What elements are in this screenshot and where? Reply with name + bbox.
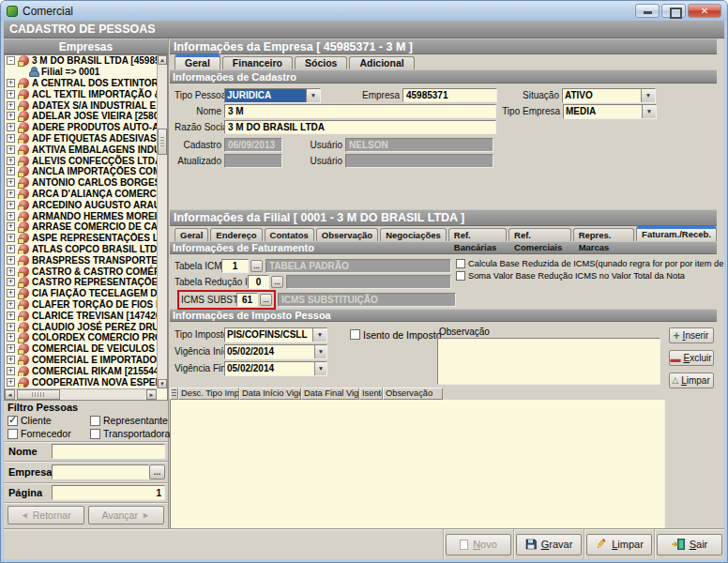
tree-item[interactable]: + CASTRO REPRESENTAÇÕES LTD: [5, 277, 157, 288]
tree-expander-icon[interactable]: -: [7, 56, 15, 65]
tree-item[interactable]: + COMERCIAL E IMPORTADORA: [5, 355, 157, 366]
tree-expander-icon[interactable]: +: [7, 312, 15, 320]
tree-item[interactable]: + BRASPRESS TRANSPORTES UR: [5, 254, 157, 266]
soma-valor-checkbox[interactable]: Soma Valor Base Redução ICMS no Valor To…: [456, 271, 724, 281]
limpar-button[interactable]: Limpar: [586, 534, 652, 555]
empresa-tab[interactable]: Sócios: [295, 56, 347, 69]
tree-expander-icon[interactable]: +: [7, 333, 15, 342]
vigencia-final-picker[interactable]: 05/02/2014 ▼: [224, 361, 327, 376]
tree-expander-icon[interactable]: +: [7, 90, 15, 99]
filial-tab[interactable]: Ref. Bancárias: [448, 228, 507, 241]
avancar-button[interactable]: Avançar ►: [88, 506, 165, 525]
chevron-down-icon[interactable]: ▼: [642, 105, 656, 118]
filial-tab[interactable]: Contatos: [265, 228, 314, 241]
tree-expander-icon[interactable]: +: [7, 378, 15, 387]
tabela-reducao-input[interactable]: [248, 275, 269, 289]
tree-expander-icon[interactable]: +: [7, 157, 15, 165]
filter-checkbox[interactable]: Transportadora: [90, 428, 170, 439]
tree-item[interactable]: + ALEVIS CONFECÇÕES LTDA [1: [5, 155, 157, 166]
empresa-filter-input[interactable]: [52, 464, 149, 479]
imposto-table-body[interactable]: [170, 400, 665, 529]
filial-tab[interactable]: Ref. Comerciais: [508, 228, 571, 241]
chevron-down-icon[interactable]: ▼: [314, 362, 326, 375]
calcula-base-checkbox[interactable]: Calcula Base Reduzida de ICMS(qunado reg…: [456, 259, 724, 268]
column-header[interactable]: Observação: [383, 388, 443, 400]
tree-expander-icon[interactable]: +: [7, 278, 15, 286]
tree-expander-icon[interactable]: +: [7, 134, 15, 143]
tree-expander-icon[interactable]: +: [7, 201, 15, 209]
scroll-up-icon[interactable]: ▲: [158, 55, 167, 65]
filter-checkbox[interactable]: Cliente: [8, 415, 90, 426]
column-header[interactable]: Desc. Tipo Imposto: [178, 388, 239, 400]
tabela-icms-input[interactable]: [221, 259, 249, 273]
filial-tab[interactable]: Repres. Marcas: [573, 228, 634, 241]
tree-item[interactable]: + ARCEDINO AUGUSTO ARAUJO: [5, 199, 157, 210]
inserir-button[interactable]: + Inserir: [669, 327, 714, 343]
chevron-down-icon[interactable]: ▼: [314, 345, 326, 358]
tree-item[interactable]: + CASTRO & CASTRO COMÉRCIO: [5, 266, 157, 277]
tree-expander-icon[interactable]: +: [7, 178, 15, 187]
tree-item[interactable]: + ADERE PRODUTOS AUTO-ADES: [5, 122, 157, 133]
horizontal-scroll-thumb[interactable]: [17, 389, 60, 400]
tree-expander-icon[interactable]: +: [7, 234, 15, 242]
tipo-imposto-combo[interactable]: PIS/COFINS/CSLL ▼: [224, 327, 327, 342]
tree-item[interactable]: + ADELAR JOSÉ VIEIRA [25804: [5, 111, 157, 122]
excluir-button[interactable]: ▬ Excluir: [669, 350, 714, 366]
limpar-side-button[interactable]: △ Limpar: [669, 373, 714, 388]
filter-checkbox[interactable]: Representante: [90, 415, 170, 426]
filial-tab[interactable]: Endereço: [210, 228, 262, 241]
tree-item[interactable]: + CLARICE TREVISAN [1474201: [5, 310, 157, 321]
checkbox-icon[interactable]: [456, 259, 465, 268]
tree-expander-icon[interactable]: +: [7, 101, 15, 110]
tipo-pessoa-combo[interactable]: JURIDICA ▼: [224, 88, 321, 103]
tree-item[interactable]: + ARMANDO HERMES MOREIRA: [5, 210, 157, 221]
checkbox-icon[interactable]: [8, 429, 18, 439]
retornar-button[interactable]: ◄ Retornar: [8, 506, 84, 525]
tree-item[interactable]: + CLAUDIO JOSÉ PEREZ DRUMA: [5, 321, 157, 332]
pagina-input[interactable]: [52, 485, 165, 500]
filial-tab[interactable]: Negociações: [380, 228, 447, 241]
chevron-down-icon[interactable]: ▼: [306, 89, 320, 102]
checkbox-icon[interactable]: [456, 271, 465, 281]
icms-subst-browse-button[interactable]: ...: [260, 294, 272, 306]
tree-expander-icon[interactable]: +: [7, 123, 15, 131]
observacao-textarea[interactable]: [437, 338, 660, 385]
tree-item[interactable]: + CLAFER TORÇÃO DE FIOS LTDA: [5, 299, 157, 311]
tree-item[interactable]: Filial => 0001: [5, 67, 157, 78]
tree-item[interactable]: + ARRASE COMÉRCIO DE CALÇA: [5, 221, 157, 233]
maximize-icon[interactable]: [661, 4, 686, 18]
vigencia-inicio-picker[interactable]: 05/02/2014 ▼: [224, 344, 327, 359]
nome-field-input[interactable]: [224, 104, 496, 118]
tree-expander-icon[interactable]: +: [7, 256, 15, 265]
razao-input[interactable]: [224, 120, 496, 134]
empresa-tab[interactable]: Financeiro: [222, 56, 293, 69]
isento-checkbox[interactable]: Isento de Imposto: [350, 329, 441, 341]
tree-item[interactable]: + COMERCIAL RIKAM [2155443: [5, 365, 157, 376]
tabela-reducao-browse-button[interactable]: ...: [271, 276, 283, 288]
chevron-down-icon[interactable]: ▼: [312, 328, 326, 342]
tree-vertical-scrollbar[interactable]: ▲ ▼: [157, 55, 167, 388]
icms-subst-input[interactable]: [236, 293, 258, 307]
tree-expander-icon[interactable]: +: [7, 323, 15, 331]
tree-expander-icon[interactable]: +: [7, 190, 15, 198]
column-header[interactable]: Isento: [359, 388, 383, 400]
tree-expander-icon[interactable]: +: [7, 145, 15, 154]
checkbox-icon[interactable]: [90, 416, 100, 426]
vertical-scroll-thumb[interactable]: [158, 129, 167, 155]
filial-tab[interactable]: Geral: [174, 228, 208, 241]
empresa-tab[interactable]: Adicional: [349, 56, 414, 69]
tree-expander-icon[interactable]: +: [7, 212, 15, 221]
minimize-icon[interactable]: [635, 4, 660, 18]
empresa-tab[interactable]: Geral: [174, 54, 220, 69]
filter-checkbox[interactable]: Fornecedor: [8, 428, 90, 439]
tree-item[interactable]: + CIA FIAÇÃO TECELAGEM DIVIN: [5, 288, 157, 299]
tree-expander-icon[interactable]: +: [7, 167, 15, 175]
tree-expander-icon[interactable]: +: [7, 267, 15, 276]
tree-item[interactable]: + ANTÔNIO CARLOS BORGES DA: [5, 177, 157, 189]
filial-tab[interactable]: Observação: [316, 228, 378, 241]
tree-expander-icon[interactable]: +: [7, 300, 15, 309]
column-header[interactable]: Data Final Vigência: [301, 388, 359, 400]
tree-item[interactable]: + ANCLA IMPORTAÇÕES COMÉR: [5, 166, 157, 177]
filial-tab[interactable]: Faturam./Receb.: [636, 226, 717, 241]
tree-horizontal-scrollbar[interactable]: ◄ ►: [5, 388, 157, 400]
